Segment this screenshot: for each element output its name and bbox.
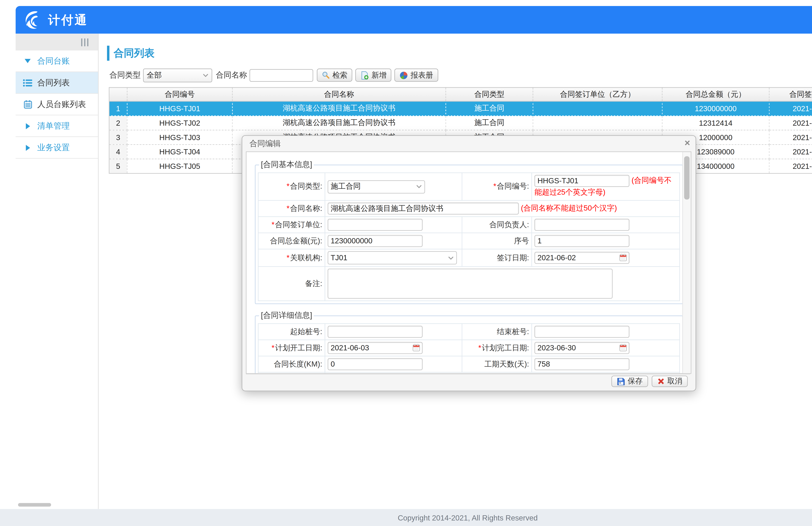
app-stage: 计付通 通知 管理员 [0,0,812,526]
sidebar-item-list-management[interactable]: 清单管理 [16,115,98,137]
search-icon [321,71,330,79]
contract-name-hint: (合同名称不能超过50个汉字) [521,204,617,213]
copyright-text: Copyright 2014-2021, All Rights Reserved [398,513,538,522]
contract-type-value: 全部 [147,70,162,80]
contract-type-label: 合同类型 [110,70,141,81]
dialog-title: 合同编辑 [242,136,696,151]
report-button-label: 报表册 [410,70,433,80]
sidebar-item-label: 业务设置 [37,142,70,153]
floppy-save-icon [617,377,625,385]
length-km-field-input[interactable] [328,359,423,370]
col-header-date: 合同签订日期 [769,88,812,101]
page-footer: Copyright 2014-2021, All Rights Reserved [0,509,812,526]
app-header: 计付通 通知 管理员 [16,6,812,34]
sidebar-item-label: 清单管理 [37,120,70,131]
sign-unit-field-input[interactable] [328,219,423,231]
dialog-scrollbar-thumb[interactable] [684,156,690,200]
col-header-code: 合同编号 [127,88,232,101]
dialog-scrollbar-track[interactable] [682,152,691,373]
sidebar-collapse-button[interactable] [16,34,98,50]
end-stake-field-input[interactable] [535,326,629,338]
calendar-icon[interactable] [619,344,627,352]
contract-name-field-label: 合同名称: [290,204,322,213]
close-icon[interactable]: × [684,138,690,148]
duration-days-field-input[interactable] [535,359,629,370]
red-x-icon [657,378,665,385]
length-km-field-label: 合同长度(KM): [274,360,322,368]
table-row[interactable]: 2 HHGS-TJ02 湖杭高速公路项目施工合同协议书 施工合同 1231241… [109,116,812,130]
add-button[interactable]: 新增 [355,69,391,82]
sidebar-item-personnel-ledger[interactable]: 人员台账列表 [16,94,98,115]
document-plus-icon [360,71,369,80]
pie-chart-icon [399,71,408,80]
select-arrow-icon [203,72,209,78]
search-toolbar: 合同类型 全部 合同名称 检索 [110,68,438,82]
plan-start-field-label: 计划开工日期: [275,344,322,352]
seq-field-input[interactable] [535,235,629,247]
cancel-button[interactable]: 取消 [652,376,688,387]
cancel-button-label: 取消 [667,376,682,386]
remark-field-label: 备注: [305,279,322,288]
plan-start-field-input[interactable] [328,342,423,354]
basic-info-legend: [合同基本信息] [259,159,314,170]
search-button[interactable]: 检索 [317,69,352,82]
start-stake-field-input[interactable] [328,326,423,338]
calendar-icon[interactable] [412,344,420,352]
start-stake-field-label: 起始桩号: [290,327,322,336]
triangle-right-icon [20,123,35,129]
add-button-label: 新增 [372,70,387,80]
table-row[interactable]: 1 HHGS-TJ01 湖杭高速公路项目施工合同协议书 施工合同 1230000… [109,101,812,116]
col-header-amount: 合同总金额（元） [662,88,769,101]
collapse-bars-icon [81,38,88,46]
sidebar-item-label: 合同列表 [37,77,70,88]
clipboard-icon [20,100,35,109]
sidebar-item-label: 合同台账 [37,56,70,67]
search-button-label: 检索 [332,70,348,80]
contract-code-field-label: 合同编号: [497,182,529,191]
triangle-down-icon [20,59,35,63]
sidebar-item-label: 人员台账列表 [37,99,86,110]
sign-date-field-input[interactable] [535,252,629,264]
basic-info-fieldset: [合同基本信息] *合同类型: 施工合同 *合同编号: [255,159,683,304]
total-amount-field-label: 合同总金额(元): [270,236,322,245]
detail-info-legend: [合同详细信息] [259,310,314,321]
org-field-select[interactable]: TJ01 [328,251,457,265]
calendar-icon[interactable] [619,254,627,262]
total-amount-field-input[interactable] [328,235,423,247]
col-header-type: 合同类型 [446,88,533,101]
app-title: 计付通 [48,12,88,28]
report-button[interactable]: 报表册 [394,69,438,82]
contract-name-input[interactable] [249,69,313,82]
sign-date-field-label: 签订日期: [497,253,529,262]
contract-type-select[interactable]: 全部 [143,68,212,82]
table-header-row: 合同编号 合同名称 合同类型 合同签订单位（乙方） 合同总金额（元） 合同签订日… [109,88,812,101]
detail-info-fieldset: [合同详细信息] 起始桩号: 结束桩号: *计划开工日期: [255,310,683,374]
sign-unit-field-label: 合同签订单位: [275,220,322,229]
org-field-label: 关联机构: [290,253,322,262]
sidebar-hscrollbar-thumb[interactable] [18,503,51,507]
sidebar-item-business-settings[interactable]: 业务设置 [16,137,98,159]
manager-field-input[interactable] [535,219,629,231]
contract-name-field-input[interactable] [328,203,519,215]
list-icon [20,78,35,87]
select-arrow-icon [416,185,422,189]
sidebar: 合同台账 合同列表 人员台账列表 清单管理 [16,34,99,509]
sidebar-item-contract-ledger[interactable]: 合同台账 [16,50,98,72]
remark-field-textarea[interactable] [328,269,612,299]
contract-type-field-select[interactable]: 施工合同 [328,180,425,193]
dialog-body: [合同基本信息] *合同类型: 施工合同 *合同编号: [246,151,691,374]
contract-type-field-label: 合同类型: [290,182,322,191]
index-header [109,88,127,101]
plan-end-field-label: 计划完工日期: [482,344,529,352]
swirl-logo-icon [24,10,44,30]
contract-code-field-input[interactable] [535,175,629,187]
title-accent-bar [107,46,110,61]
save-button[interactable]: 保存 [611,376,648,387]
sidebar-item-contract-list[interactable]: 合同列表 [16,72,98,94]
triangle-right-icon [20,145,35,150]
col-header-party: 合同签订单位（乙方） [533,88,662,101]
plan-end-field-input[interactable] [535,342,629,354]
manager-field-label: 合同负责人: [489,220,529,229]
end-stake-field-label: 结束桩号: [497,327,529,336]
seq-field-label: 序号 [514,236,529,245]
